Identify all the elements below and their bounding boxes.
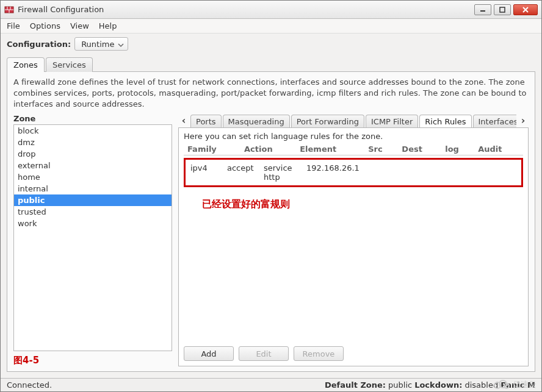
remove-button[interactable]: Remove	[294, 346, 344, 361]
firewall-icon	[4, 5, 14, 15]
zone-split: Zone block dmz drop external home intern…	[13, 114, 529, 366]
zone-list-label: Zone	[13, 114, 172, 123]
minimize-button[interactable]	[474, 4, 491, 15]
edit-button[interactable]: Edit	[239, 346, 289, 361]
menu-view[interactable]: View	[70, 21, 89, 30]
annotation-text: 已经设置好的富规则	[202, 198, 523, 211]
zone-item-drop[interactable]: drop	[14, 148, 172, 160]
rich-rules-help: Here you can set rich language rules for…	[184, 132, 523, 141]
zone-item-public[interactable]: public	[14, 194, 172, 206]
menu-help[interactable]: Help	[99, 21, 117, 30]
col-dest[interactable]: Dest	[398, 143, 441, 155]
zone-left-column: Zone block dmz drop external home intern…	[13, 114, 172, 366]
zone-right-column: ‹ Ports Masquerading Port Forwarding ICM…	[178, 114, 529, 366]
tab-rich-rules[interactable]: Rich Rules	[419, 115, 471, 127]
col-src[interactable]: Src	[364, 143, 398, 155]
titlebar: Firewall Configuration	[1, 1, 541, 19]
zone-item-work[interactable]: work	[14, 218, 172, 229]
cell-element: service http	[261, 163, 304, 182]
configuration-value: Runtime	[81, 40, 114, 49]
window-title: Firewall Configuration	[18, 5, 104, 14]
col-audit[interactable]: Audit	[474, 143, 523, 155]
tab-scroll-left[interactable]: ‹	[178, 114, 189, 127]
cell-dest	[365, 163, 402, 182]
cell-family: ipv4	[188, 163, 225, 182]
col-element[interactable]: Element	[296, 143, 364, 155]
cell-src: 192.168.26.1	[304, 163, 365, 182]
table-row[interactable]: ipv4 accept service http 192.168.26.1	[186, 160, 521, 185]
tab-interfaces[interactable]: Interfaces	[473, 115, 517, 127]
status-connected: Connected.	[7, 380, 52, 390]
col-action[interactable]: Action	[240, 143, 296, 155]
status-lockdown-label: Lockdown:	[414, 380, 462, 390]
rules-table: Family Action Element Src Dest log Audit	[184, 143, 523, 155]
cell-action: accept	[225, 163, 261, 182]
zone-item-block[interactable]: block	[14, 125, 172, 137]
tab-scroll-right[interactable]: ›	[518, 114, 529, 127]
status-lockdown: disabled	[464, 380, 498, 390]
tab-ports[interactable]: Ports	[190, 115, 222, 127]
tab-port-forwarding[interactable]: Port Forwarding	[291, 115, 364, 127]
menubar: File Options View Help	[1, 19, 541, 34]
chevron-down-icon	[118, 41, 124, 47]
zone-item-internal[interactable]: internal	[14, 183, 172, 194]
tab-services[interactable]: Services	[46, 57, 93, 72]
tab-masquerading[interactable]: Masquerading	[223, 115, 290, 127]
configuration-label: Configuration:	[7, 40, 71, 49]
window-buttons	[474, 4, 538, 15]
zone-description: A firewalld zone defines the level of tr…	[13, 77, 529, 110]
col-family[interactable]: Family	[184, 143, 240, 155]
status-default-zone-label: Default Zone:	[325, 380, 386, 390]
zone-item-home[interactable]: home	[14, 171, 172, 183]
close-button[interactable]	[513, 4, 538, 15]
svg-rect-6	[500, 7, 505, 12]
zone-list[interactable]: block dmz drop external home internal pu…	[13, 124, 172, 351]
maximize-button[interactable]	[494, 4, 511, 15]
status-default-zone: public	[388, 380, 412, 390]
rules-table-wrap: Family Action Element Src Dest log Audit	[184, 143, 523, 341]
zones-panel: A firewalld zone defines the level of tr…	[7, 71, 535, 372]
app-window: Firewall Configuration File Options View…	[0, 0, 542, 392]
rich-rules-panel: Here you can set rich language rules for…	[178, 127, 529, 366]
cell-log	[402, 163, 432, 182]
zone-item-trusted[interactable]: trusted	[14, 206, 172, 218]
tab-zones[interactable]: Zones	[7, 57, 45, 72]
configuration-dropdown[interactable]: Runtime	[74, 37, 128, 51]
menu-file[interactable]: File	[7, 21, 20, 30]
tab-icmp-filter[interactable]: ICMP Filter	[366, 115, 418, 127]
cell-audit	[432, 163, 469, 182]
zone-item-external[interactable]: external	[14, 160, 172, 171]
rule-buttons: Add Edit Remove	[184, 346, 523, 361]
zone-item-dmz[interactable]: dmz	[14, 137, 172, 148]
add-button[interactable]: Add	[184, 346, 234, 361]
statusbar: Connected. Default Zone: public Lockdown…	[1, 378, 541, 391]
rule-highlight-box: ipv4 accept service http 192.168.26.1	[184, 158, 523, 187]
main-tabs: Zones Services	[1, 57, 541, 71]
configuration-row: Configuration: Runtime	[1, 34, 541, 54]
figure-label: 图4-5	[13, 355, 172, 366]
status-panic-label: Panic M	[500, 380, 535, 390]
right-tab-bar: ‹ Ports Masquerading Port Forwarding ICM…	[178, 114, 529, 127]
col-log[interactable]: log	[441, 143, 474, 155]
menu-options[interactable]: Options	[30, 21, 60, 30]
